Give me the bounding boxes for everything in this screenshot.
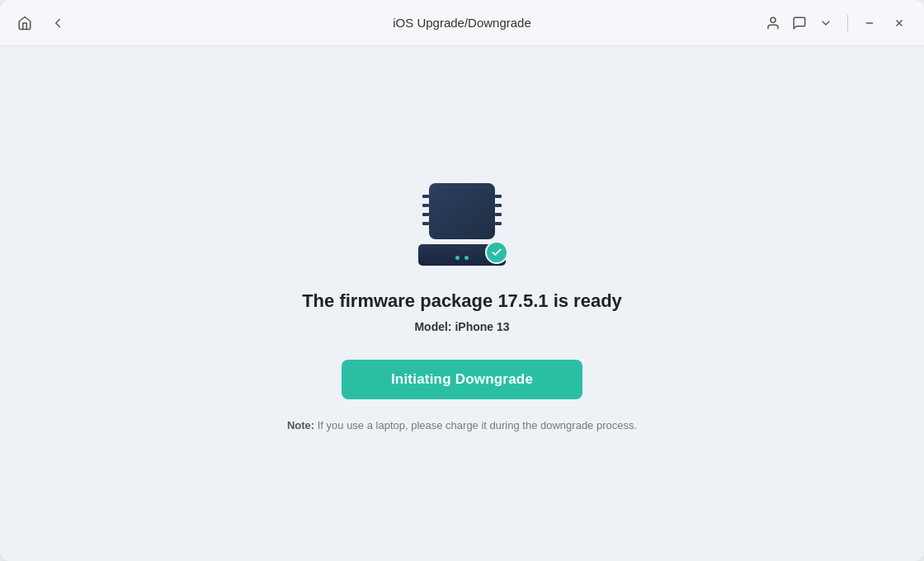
close-button[interactable] <box>888 12 911 35</box>
model-value: iPhone 13 <box>455 320 509 333</box>
note-label: Note: <box>287 419 314 431</box>
initiating-downgrade-button[interactable]: Initiating Downgrade <box>342 360 582 399</box>
model-info: Model: iPhone 13 <box>414 320 509 333</box>
titlebar: iOS Upgrade/Downgrade <box>0 0 924 46</box>
user-icon[interactable] <box>761 12 785 35</box>
chevron-down-icon[interactable] <box>814 12 837 35</box>
home-button[interactable] <box>13 12 36 35</box>
check-badge <box>485 241 508 264</box>
note-section: Note: If you use a laptop, please charge… <box>287 419 637 431</box>
titlebar-divider <box>847 15 848 31</box>
minimize-button[interactable] <box>858 12 881 35</box>
model-label: Model: <box>414 320 451 333</box>
titlebar-left <box>13 12 69 35</box>
back-button[interactable] <box>46 12 69 35</box>
titlebar-right <box>761 12 911 35</box>
window-title: iOS Upgrade/Downgrade <box>393 16 531 30</box>
titlebar-utility-icons <box>761 12 837 35</box>
firmware-illustration <box>412 177 512 267</box>
note-content: If you use a laptop, please charge it du… <box>314 419 637 431</box>
chat-icon[interactable] <box>788 12 811 35</box>
svg-point-0 <box>771 17 776 22</box>
main-content: The firmware package 17.5.1 is ready Mod… <box>0 46 924 561</box>
firmware-ready-title: The firmware package 17.5.1 is ready <box>302 290 622 312</box>
app-window: iOS Upgrade/Downgrade <box>0 0 924 561</box>
